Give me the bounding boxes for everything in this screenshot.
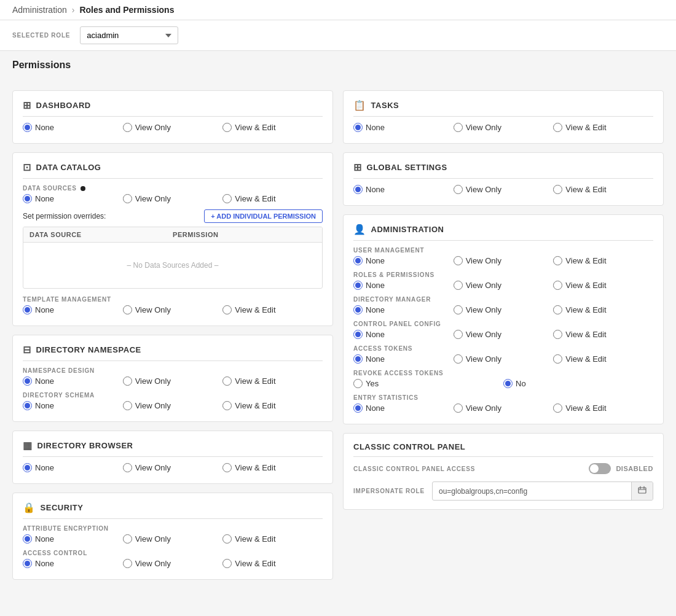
dashboard-title: DASHBOARD [36, 101, 91, 110]
breadcrumb-admin[interactable]: Administration [12, 5, 67, 15]
dashboard-view-edit-label: View & Edit [235, 123, 275, 132]
impersonate-input[interactable] [433, 483, 631, 499]
dashboard-icon: ⊞ [23, 99, 31, 111]
entry-stats-none[interactable]: None [353, 404, 454, 413]
data-catalog-icon: ⊡ [23, 162, 31, 173]
global-view-edit[interactable]: View & Edit [553, 185, 653, 194]
attr-enc-view-edit[interactable]: View & Edit [222, 534, 323, 544]
override-label: Set permission overrides: [23, 212, 106, 220]
role-select[interactable]: aciadmin admin readonly [80, 26, 178, 44]
user-mgmt-view-only[interactable]: View Only [454, 256, 554, 265]
security-icon: 🔒 [23, 502, 36, 513]
role-selector-bar: SELECTED ROLE aciadmin admin readonly [0, 20, 676, 51]
breadcrumb-arrow: › [72, 5, 75, 15]
dashboard-card: ⊞ DASHBOARD None View Only View & Edit [12, 90, 333, 144]
classic-cp-title: CLASSIC CONTROL PANEL [353, 442, 465, 451]
entry-stats-view-edit[interactable]: View & Edit [553, 404, 653, 413]
dashboard-none-label: None [35, 123, 54, 132]
access-tokens-view-edit[interactable]: View & Edit [553, 354, 653, 364]
table-header-datasource: DATA SOURCE [29, 231, 173, 238]
tasks-none[interactable]: None [353, 123, 454, 132]
dir-schema-view-edit[interactable]: View & Edit [222, 401, 323, 410]
administration-title: ADMINISTRATION [371, 225, 444, 234]
dir-browser-none[interactable]: None [23, 463, 123, 472]
user-mgmt-none[interactable]: None [353, 256, 454, 265]
global-settings-card: ⊞ GLOBAL SETTINGS None View Only View & … [343, 152, 664, 206]
ns-design-view-edit[interactable]: View & Edit [222, 376, 323, 386]
datasource-none[interactable]: None [23, 194, 123, 203]
svg-rect-0 [639, 488, 646, 493]
access-control-view-edit[interactable]: View & Edit [222, 559, 323, 568]
datasource-view-only[interactable]: View Only [123, 194, 223, 203]
template-view-edit[interactable]: View & Edit [222, 305, 323, 314]
data-catalog-title: DATA CATALOG [36, 163, 101, 172]
breadcrumb-current: Roles and Permissions [79, 5, 174, 15]
dir-mgr-none[interactable]: None [353, 305, 454, 314]
user-mgmt-view-edit[interactable]: View & Edit [553, 256, 653, 265]
security-card: 🔒 SECURITY ATTRIBUTE ENCRYPTION None Vie… [12, 493, 333, 580]
selected-role-label: SELECTED ROLE [12, 32, 70, 39]
cp-config-view-edit[interactable]: View & Edit [553, 330, 653, 339]
dir-schema-none[interactable]: None [23, 401, 123, 410]
impersonate-role-label: IMPERSONATE ROLE [353, 488, 425, 494]
ns-design-view-only[interactable]: View Only [123, 376, 223, 386]
dashboard-view-edit[interactable]: View & Edit [222, 123, 323, 132]
datasource-view-edit[interactable]: View & Edit [222, 194, 323, 203]
tasks-view-only[interactable]: View Only [454, 123, 554, 132]
add-individual-permission-button[interactable]: + ADD INDIVIDUAL PERMISSION [204, 209, 323, 223]
classic-cp-toggle-label: DISABLED [616, 465, 653, 472]
access-control-none[interactable]: None [23, 559, 123, 568]
ns-design-none[interactable]: None [23, 376, 123, 386]
dir-mgr-view-only[interactable]: View Only [454, 305, 554, 314]
global-settings-title: GLOBAL SETTINGS [367, 163, 447, 172]
attr-enc-view-only[interactable]: View Only [123, 534, 223, 544]
security-title: SECURITY [41, 503, 84, 512]
classic-cp-toggle[interactable] [589, 463, 611, 474]
tasks-card: 📋 TASKS None View Only View & Edit [343, 90, 664, 144]
global-view-only[interactable]: View Only [454, 185, 554, 194]
top-bar: Administration › Roles and Permissions [0, 0, 676, 20]
directory-browser-card: ▦ DIRECTORY BROWSER None View Only View … [12, 431, 333, 484]
template-view-only[interactable]: View Only [123, 305, 223, 314]
directory-browser-icon: ▦ [23, 440, 33, 451]
revoke-yes[interactable]: Yes [353, 379, 503, 388]
data-sources-label: DATA SOURCES [23, 185, 77, 192]
access-tokens-view-only[interactable]: View Only [454, 354, 554, 364]
roles-none[interactable]: None [353, 281, 454, 290]
revoke-no[interactable]: No [503, 379, 653, 388]
table-header-permission: PERMISSION [173, 231, 316, 238]
dir-browser-view-only[interactable]: View Only [123, 463, 223, 472]
administration-icon: 👤 [353, 224, 366, 235]
roles-view-only[interactable]: View Only [454, 281, 554, 290]
attr-enc-none[interactable]: None [23, 534, 123, 544]
classic-control-panel-card: CLASSIC CONTROL PANEL CLASSIC CONTROL PA… [343, 433, 664, 510]
tasks-view-edit[interactable]: View & Edit [553, 123, 653, 132]
cp-config-none[interactable]: None [353, 330, 454, 339]
data-catalog-card: ⊡ DATA CATALOG DATA SOURCES None View On… [12, 152, 333, 326]
impersonate-field[interactable] [432, 481, 653, 501]
cp-config-view-only[interactable]: View Only [454, 330, 554, 339]
roles-view-edit[interactable]: View & Edit [553, 281, 653, 290]
dashboard-view-only[interactable]: View Only [123, 123, 223, 132]
access-tokens-none[interactable]: None [353, 354, 454, 364]
global-none[interactable]: None [353, 185, 454, 194]
entry-stats-view-only[interactable]: View Only [454, 404, 554, 413]
directory-namespace-title: DIRECTORY NAMESPACE [36, 345, 141, 354]
dir-mgr-view-edit[interactable]: View & Edit [553, 305, 653, 314]
access-control-view-only[interactable]: View Only [123, 559, 223, 568]
dashboard-none[interactable]: None [23, 123, 123, 132]
dir-schema-view-only[interactable]: View Only [123, 401, 223, 410]
global-settings-icon: ⊞ [353, 162, 362, 173]
directory-namespace-icon: ⊟ [23, 344, 31, 356]
dashboard-view-only-label: View Only [135, 123, 171, 132]
dot-indicator [81, 186, 85, 191]
template-none[interactable]: None [23, 305, 123, 314]
dir-browser-view-edit[interactable]: View & Edit [222, 463, 323, 472]
impersonate-browse-button[interactable] [631, 482, 653, 500]
directory-browser-title: DIRECTORY BROWSER [37, 441, 133, 450]
administration-card: 👤 ADMINISTRATION USER MANAGEMENT None Vi… [343, 214, 664, 424]
tasks-icon: 📋 [353, 99, 366, 111]
permissions-title: Permissions [12, 60, 664, 73]
table-empty-message: – No Data Sources Added – [23, 243, 322, 288]
classic-cp-access-label: CLASSIC CONTROL PANEL ACCESS [353, 466, 475, 472]
